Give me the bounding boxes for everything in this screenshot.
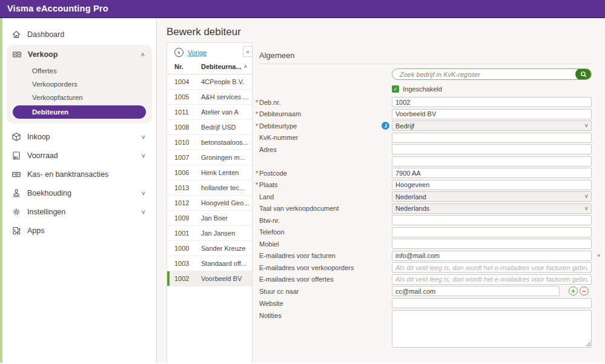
select-value: Bedrijf bbox=[395, 122, 414, 130]
back-icon[interactable]: ‹ bbox=[174, 48, 183, 57]
table-row[interactable]: 1011Atelier van A bbox=[167, 105, 252, 120]
chevron-down-icon: ˅ bbox=[142, 190, 145, 197]
cc-email-input[interactable] bbox=[392, 286, 560, 296]
row-name: Jan Boer bbox=[201, 214, 252, 222]
chevron-down-icon: ˅ bbox=[584, 122, 588, 129]
row-nr: 1011 bbox=[174, 108, 201, 116]
home-icon bbox=[11, 30, 21, 40]
field-label: Notities bbox=[259, 312, 282, 319]
postcode-input[interactable] bbox=[392, 168, 592, 178]
remove-cc-button[interactable]: − bbox=[580, 286, 589, 296]
table-row[interactable]: 1006Henk Lenten bbox=[167, 165, 252, 180]
sidebar-item-voorraad[interactable]: Voorraad ˅ bbox=[2, 146, 156, 165]
debtor-number-input[interactable] bbox=[392, 97, 592, 107]
debtor-type-select[interactable]: Bedrijf˅ bbox=[392, 121, 592, 131]
cash-register-icon bbox=[11, 169, 21, 179]
search-icon bbox=[580, 71, 587, 78]
vat-number-input[interactable] bbox=[392, 215, 592, 225]
field-label: Deb.nr. bbox=[259, 99, 280, 106]
kvk-number-input[interactable] bbox=[392, 133, 592, 143]
row-name: Standaard off... bbox=[201, 260, 252, 267]
main-region: Bewerk debiteur « ‹ Vorige Nr. Debiteurn… bbox=[157, 18, 605, 363]
row-nr: 1013 bbox=[174, 184, 201, 191]
chevron-up-icon: ˄ bbox=[141, 51, 145, 58]
sidebar-item-dashboard[interactable]: Dashboard bbox=[2, 25, 156, 44]
table-row[interactable]: 1005A&H services ... bbox=[167, 90, 252, 105]
website-input[interactable] bbox=[392, 298, 592, 308]
column-header-nr[interactable]: Nr. bbox=[174, 63, 201, 70]
row-name: Groningen m... bbox=[201, 154, 252, 161]
table-row[interactable]: 10044CPeople B.V. bbox=[167, 74, 252, 90]
sort-ascending-icon: ˄ bbox=[244, 64, 247, 70]
kvk-search-button[interactable] bbox=[575, 68, 592, 80]
sidebar-item-boekhouding[interactable]: Boekhouding ˅ bbox=[2, 184, 156, 202]
sidebar-item-debiteuren[interactable]: Debiteuren bbox=[13, 105, 146, 119]
row-name: Bedrijf USD bbox=[201, 124, 252, 131]
select-value: Nederland bbox=[395, 193, 426, 200]
quote-email-input[interactable] bbox=[392, 274, 592, 285]
sidebar-item-offertes[interactable]: Offertes bbox=[7, 64, 152, 78]
table-row[interactable]: 1012Hoogveld Geo... bbox=[167, 196, 252, 211]
top-bar: Visma eAccounting Pro bbox=[0, 0, 605, 18]
field-label: KvK-nummer bbox=[259, 134, 298, 141]
table-row[interactable]: 1003Standaard off... bbox=[167, 256, 252, 271]
table-row[interactable]: 1001Jan Jansen bbox=[167, 226, 252, 241]
sidebar: Dashboard Verkoop ˄ Offertes Verkooporde… bbox=[2, 18, 157, 363]
sidebar-item-kas-en-banktransacties[interactable]: Kas- en banktransacties bbox=[2, 165, 156, 184]
row-name: Hoogveld Geo... bbox=[201, 199, 252, 207]
kvk-search-input[interactable] bbox=[392, 71, 575, 78]
chevron-down-icon: ˅ bbox=[142, 152, 145, 159]
table-row[interactable]: 1000Sander Kreuze bbox=[167, 241, 252, 256]
add-cc-button[interactable]: + bbox=[569, 286, 578, 296]
collapse-panel-button[interactable]: « bbox=[243, 46, 253, 57]
row-nr: 1000 bbox=[174, 245, 201, 252]
sidebar-item-verkoop[interactable]: Verkoop ˄ bbox=[7, 45, 152, 64]
sidebar-item-verkoopfacturen[interactable]: Verkoopfacturen bbox=[7, 91, 152, 104]
field-label: Stuur cc naar bbox=[259, 288, 299, 295]
sidebar-item-label: Boekhouding bbox=[27, 189, 142, 197]
table-row[interactable]: 1008Bedrijf USD bbox=[167, 120, 252, 135]
sidebar-item-apps[interactable]: Apps bbox=[2, 221, 156, 240]
mobile-input[interactable] bbox=[392, 239, 592, 249]
field-label: Debiteurtype bbox=[259, 122, 297, 130]
country-select[interactable]: Nederland˅ bbox=[392, 191, 592, 202]
app-title: Visma eAccounting Pro bbox=[7, 4, 108, 13]
city-input[interactable] bbox=[392, 180, 592, 190]
row-nr: 1005 bbox=[174, 93, 201, 101]
row-name: 4CPeople B.V. bbox=[201, 78, 252, 85]
field-label: E-mailadres voor verkooporders bbox=[259, 264, 354, 271]
sidebar-item-label: Voorraad bbox=[27, 151, 142, 160]
gear-icon bbox=[11, 207, 21, 217]
box-icon bbox=[11, 131, 21, 142]
enabled-checkbox[interactable]: ✓ bbox=[392, 85, 399, 93]
invoice-email-input[interactable] bbox=[392, 251, 592, 261]
sub-item-label: Verkooporders bbox=[32, 81, 78, 88]
info-icon[interactable]: i bbox=[382, 122, 389, 130]
sidebar-item-instellingen[interactable]: Instellingen ˅ bbox=[2, 202, 156, 221]
debtor-table-header: Nr. Debiteurna... ˄ bbox=[167, 61, 252, 74]
previous-link[interactable]: Vorige bbox=[188, 49, 207, 56]
debtor-list-panel: « ‹ Vorige Nr. Debiteurna... ˄ 10044CPeo… bbox=[167, 42, 253, 363]
sales-document-language-select[interactable]: Nederlands˅ bbox=[392, 204, 592, 214]
table-row[interactable]: 1007Groningen m... bbox=[167, 150, 252, 165]
phone-input[interactable] bbox=[392, 227, 592, 237]
address-line1-input[interactable] bbox=[392, 144, 592, 154]
sales-order-email-input[interactable] bbox=[392, 262, 592, 273]
table-row-selected[interactable]: 1002Voorbeeld BV bbox=[167, 271, 252, 286]
field-label: Debiteurnaam bbox=[259, 110, 301, 117]
sidebar-item-label: Verkoop bbox=[28, 50, 141, 59]
sidebar-item-verkooporders[interactable]: Verkooporders bbox=[7, 78, 152, 91]
debtor-name-input[interactable] bbox=[392, 109, 592, 119]
row-nr: 1010 bbox=[174, 139, 201, 146]
table-row[interactable]: 1013hollander tec... bbox=[167, 180, 252, 196]
field-label: Plaats bbox=[259, 181, 278, 188]
address-line2-input[interactable] bbox=[392, 156, 592, 167]
sidebar-item-inkoop[interactable]: Inkoop ˅ bbox=[2, 127, 156, 146]
notes-textarea[interactable] bbox=[392, 310, 592, 348]
table-row[interactable]: 1009Jan Boer bbox=[167, 211, 252, 226]
table-row[interactable]: 1010betonstaaloos... bbox=[167, 135, 252, 150]
column-header-name[interactable]: Debiteurna... ˄ bbox=[201, 63, 250, 70]
sub-item-label: Debiteuren bbox=[32, 108, 68, 116]
sidebar-item-label: Apps bbox=[27, 227, 148, 235]
enabled-checkbox-label: Ingeschakeld bbox=[403, 85, 442, 93]
